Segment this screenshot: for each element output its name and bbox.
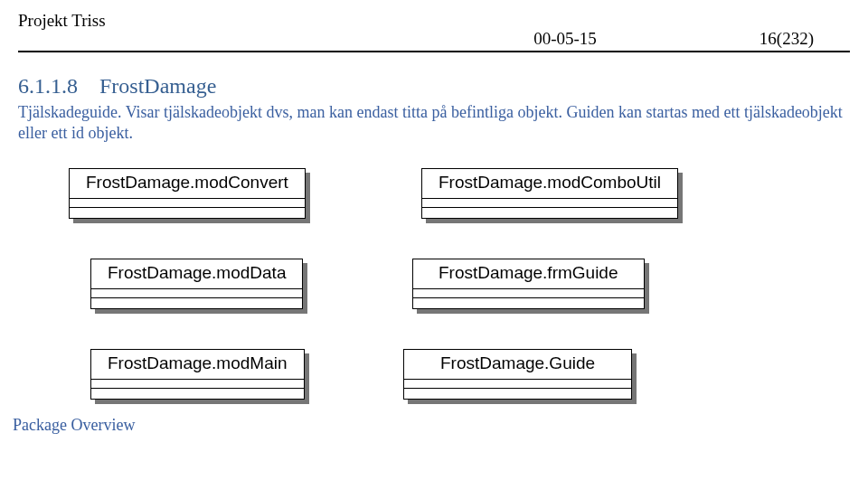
- diagram-row: FrostDamage.modData FrostDamage.frmGuide: [69, 259, 850, 309]
- class-name: FrostDamage.modMain: [91, 350, 304, 380]
- class-name: FrostDamage.modData: [91, 259, 302, 289]
- page-header: Projekt Triss: [18, 11, 850, 31]
- header-page-number: 16(232): [760, 29, 814, 49]
- desc-line1: Tjälskadeguide.: [18, 103, 121, 121]
- class-box-guide: FrostDamage.Guide: [403, 349, 632, 400]
- class-name: FrostDamage.modComboUtil: [422, 169, 677, 199]
- desc-rest: Visar tjälskadeobjekt dvs, man kan endas…: [18, 103, 843, 142]
- class-name: FrostDamage.frmGuide: [413, 259, 644, 289]
- header-date: 00-05-15: [533, 29, 597, 49]
- diagram-caption: Package Overview: [13, 416, 850, 435]
- class-name: FrostDamage.modConvert: [70, 169, 305, 199]
- diagram-row: FrostDamage.modMain FrostDamage.Guide: [69, 349, 850, 400]
- class-name: FrostDamage.Guide: [404, 350, 631, 380]
- header-divider: [18, 51, 850, 52]
- diagram-row: FrostDamage.modConvert FrostDamage.modCo…: [69, 168, 850, 219]
- page-header-meta: 00-05-15 16(232): [18, 29, 850, 49]
- section-description: Tjälskadeguide. Visar tjälskadeobjekt dv…: [18, 102, 850, 143]
- class-diagram: FrostDamage.modConvert FrostDamage.modCo…: [18, 168, 850, 400]
- section-heading: 6.1.1.8 FrostDamage: [18, 74, 850, 99]
- class-box-moddata: FrostDamage.modData: [90, 259, 303, 309]
- section-title: FrostDamage: [99, 74, 216, 98]
- section-number: 6.1.1.8: [18, 74, 78, 98]
- class-box-modcomboutil: FrostDamage.modComboUtil: [421, 168, 678, 219]
- project-title: Projekt Triss: [18, 11, 106, 31]
- class-box-frmguide: FrostDamage.frmGuide: [412, 259, 645, 309]
- class-box-modconvert: FrostDamage.modConvert: [69, 168, 306, 219]
- class-box-modmain: FrostDamage.modMain: [90, 349, 305, 400]
